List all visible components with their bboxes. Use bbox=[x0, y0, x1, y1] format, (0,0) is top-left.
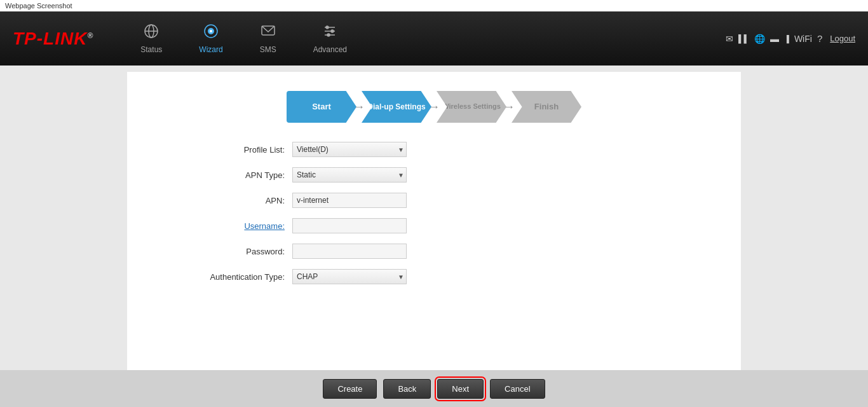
username-row: Username: bbox=[191, 218, 677, 233]
signal-icon: ▌▌ bbox=[738, 34, 749, 43]
profile-list-select-wrapper: Viettel(D) ▼ bbox=[292, 142, 407, 157]
nav-item-sms[interactable]: SMS bbox=[251, 18, 285, 59]
help-icon: ? bbox=[817, 33, 822, 44]
nav-label-advanced: Advanced bbox=[313, 45, 347, 54]
nav-items: Status Wizard SMS bbox=[132, 18, 356, 59]
main-wrapper: Start → Dial-up Settings → Wireless Sett… bbox=[0, 66, 868, 407]
wizard-steps: Start → Dial-up Settings → Wireless Sett… bbox=[153, 91, 715, 123]
auth-type-label: Authentication Type: bbox=[191, 272, 292, 282]
logout-button[interactable]: Logout bbox=[830, 34, 855, 43]
step-arrow-1: → bbox=[353, 100, 365, 114]
globe-status-icon: 🌐 bbox=[754, 34, 765, 44]
password-input[interactable] bbox=[292, 244, 407, 259]
nav-item-status[interactable]: Status bbox=[132, 18, 171, 59]
status-icons: ✉ ▌▌ 🌐 ▬ ▐ WiFi ? bbox=[726, 33, 822, 44]
password-label: Password: bbox=[191, 247, 292, 256]
wizard-step-finish: Finish bbox=[512, 91, 581, 123]
wizard-step-wireless: Wireless Settings bbox=[437, 91, 506, 123]
nav-bar: TP-LINK® Status Wizard bbox=[0, 11, 868, 66]
username-label: Username: bbox=[191, 221, 292, 231]
profile-list-label: Profile List: bbox=[191, 145, 292, 155]
nav-label-wizard: Wizard bbox=[199, 45, 222, 54]
auth-type-select-wrapper: CHAP PAP None ▼ bbox=[292, 269, 407, 284]
nav-item-advanced[interactable]: Advanced bbox=[304, 18, 356, 59]
apn-type-select[interactable]: Static Dynamic bbox=[292, 167, 407, 183]
back-button[interactable]: Back bbox=[383, 379, 431, 399]
mail-status-icon: ✉ bbox=[726, 34, 733, 44]
auth-type-row: Authentication Type: CHAP PAP None ▼ bbox=[191, 269, 677, 284]
apn-row: APN: bbox=[191, 193, 677, 208]
username-input[interactable] bbox=[292, 218, 407, 233]
sms-icon bbox=[261, 24, 276, 43]
step-arrow-3: → bbox=[503, 100, 515, 114]
svg-point-5 bbox=[210, 30, 212, 32]
bottom-bar: Create Back Next Cancel bbox=[0, 370, 868, 407]
cancel-button[interactable]: Cancel bbox=[490, 379, 545, 399]
logo: TP-LINK® bbox=[13, 29, 93, 49]
logo-text: TP-LINK bbox=[13, 29, 87, 48]
apn-type-select-wrapper: Static Dynamic ▼ bbox=[292, 167, 407, 183]
svg-point-10 bbox=[326, 26, 329, 29]
profile-list-select[interactable]: Viettel(D) bbox=[292, 142, 407, 157]
wizard-step-dialup: Dial-up Settings bbox=[362, 91, 431, 123]
nav-label-status: Status bbox=[140, 45, 162, 54]
auth-type-select[interactable]: CHAP PAP None bbox=[292, 269, 407, 284]
data-icon: ▐ bbox=[784, 35, 789, 43]
apn-type-label: APN Type: bbox=[191, 170, 292, 180]
title-bar: Webpage Screenshot bbox=[0, 0, 868, 11]
nav-label-sms: SMS bbox=[260, 45, 276, 54]
logo-mark: ® bbox=[87, 31, 93, 39]
wizard-step-start: Start bbox=[287, 91, 356, 123]
content-area: Start → Dial-up Settings → Wireless Sett… bbox=[127, 72, 741, 370]
svg-point-11 bbox=[331, 30, 334, 32]
nav-item-wizard[interactable]: Wizard bbox=[190, 18, 231, 59]
nav-right: ✉ ▌▌ 🌐 ▬ ▐ WiFi ? Logout bbox=[726, 33, 855, 44]
battery-icon: ▬ bbox=[770, 34, 779, 44]
next-button[interactable]: Next bbox=[437, 379, 484, 399]
svg-point-12 bbox=[327, 34, 330, 36]
globe-icon bbox=[144, 24, 159, 43]
wizard-icon bbox=[203, 24, 219, 43]
advanced-icon bbox=[322, 24, 337, 43]
apn-type-row: APN Type: Static Dynamic ▼ bbox=[191, 167, 677, 183]
profile-list-row: Profile List: Viettel(D) ▼ bbox=[191, 142, 677, 157]
apn-label: APN: bbox=[191, 196, 292, 205]
apn-input[interactable] bbox=[292, 193, 407, 208]
title-text: Webpage Screenshot bbox=[5, 2, 72, 10]
wifi-icon: WiFi bbox=[794, 34, 812, 44]
form-section: Profile List: Viettel(D) ▼ APN Type: Sta… bbox=[153, 142, 715, 284]
step-arrow-2: → bbox=[428, 100, 440, 114]
create-button[interactable]: Create bbox=[323, 379, 377, 399]
password-row: Password: bbox=[191, 244, 677, 259]
